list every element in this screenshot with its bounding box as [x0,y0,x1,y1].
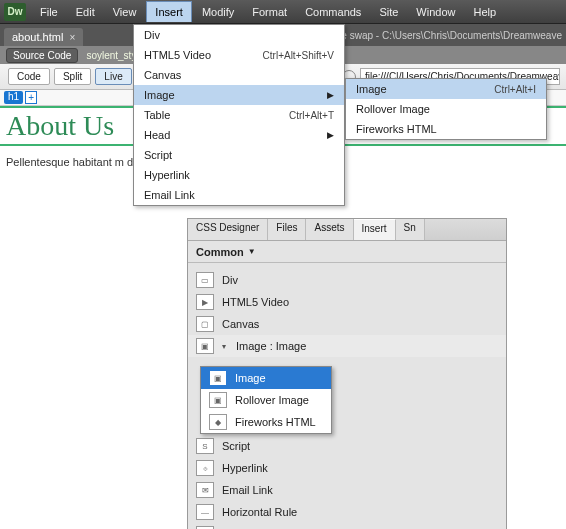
menu-file[interactable]: File [32,2,66,22]
panel-item-script[interactable]: SScript [188,435,506,457]
close-icon[interactable]: × [69,32,75,43]
panel-category-selector[interactable]: Common ▼ [188,241,506,263]
panel-tabstrip: CSS Designer Files Assets Insert Sn [188,219,506,241]
menuitem-image[interactable]: Image▶ [134,85,344,105]
document-tab-about[interactable]: about.html × [4,28,83,46]
popup-rollover-image[interactable]: ▣Rollover Image [201,389,331,411]
chevron-down-icon: ▼ [248,247,256,256]
window-title-fragment: age swap - C:\Users\Chris\Documents\Drea… [330,24,566,46]
panel-item-image[interactable]: ▣▾Image : Image [188,335,506,357]
live-button[interactable]: Live [95,68,131,85]
menu-commands[interactable]: Commands [297,2,369,22]
add-element-icon[interactable]: + [25,91,37,104]
code-button[interactable]: Code [8,68,50,85]
document-tab-label: about.html [12,31,63,43]
panel-item-horizontal-rule[interactable]: ―Horizontal Rule [188,501,506,523]
hr-icon: ― [196,504,214,520]
tab-snippets-truncated[interactable]: Sn [396,219,425,240]
fireworks-icon: ◆ [209,414,227,430]
menuitem-hyperlink[interactable]: Hyperlink [134,165,344,185]
tag-h1[interactable]: h1 [4,91,23,104]
link-icon: ⟐ [196,460,214,476]
script-icon: S [196,438,214,454]
menu-bar: Dw File Edit View Insert Modify Format C… [0,0,566,24]
menuitem-canvas[interactable]: Canvas [134,65,344,85]
panel-item-email-link[interactable]: ✉Email Link [188,479,506,501]
panel-item-canvas[interactable]: ▢Canvas [188,313,506,335]
image-submenu: ImageCtrl+Alt+I Rollover Image Fireworks… [345,78,547,140]
panel-item-hyperlink[interactable]: ⟐Hyperlink [188,457,506,479]
panel-item-div[interactable]: ▭Div [188,269,506,291]
video-icon: ▶ [196,294,214,310]
tab-assets[interactable]: Assets [306,219,353,240]
menuitem-table[interactable]: TableCtrl+Alt+T [134,105,344,125]
split-button[interactable]: Split [54,68,91,85]
popup-image[interactable]: ▣Image [201,367,331,389]
expand-chevron-icon[interactable]: ▾ [222,342,228,351]
menuitem-email-link[interactable]: Email Link [134,185,344,205]
menu-insert[interactable]: Insert [146,1,192,22]
source-code-pill[interactable]: Source Code [6,48,78,63]
submenu-image[interactable]: ImageCtrl+Alt+I [346,79,546,99]
panel-item-iframe[interactable]: ▭IFrame [188,523,506,529]
submenu-rollover-image[interactable]: Rollover Image [346,99,546,119]
tab-files[interactable]: Files [268,219,306,240]
insert-menu-dropdown: Div HTML5 VideoCtrl+Alt+Shift+V Canvas I… [133,24,345,206]
menu-site[interactable]: Site [371,2,406,22]
menu-help[interactable]: Help [465,2,504,22]
menuitem-html5-video[interactable]: HTML5 VideoCtrl+Alt+Shift+V [134,45,344,65]
submenu-fireworks-html[interactable]: Fireworks HTML [346,119,546,139]
menuitem-head[interactable]: Head▶ [134,125,344,145]
canvas-icon: ▢ [196,316,214,332]
menu-modify[interactable]: Modify [194,2,242,22]
app-logo-dreamweaver: Dw [4,3,26,21]
div-icon: ▭ [196,272,214,288]
rollover-icon: ▣ [209,392,227,408]
panel-image-popup: ▣Image ▣Rollover Image ◆Fireworks HTML [200,366,332,434]
menu-edit[interactable]: Edit [68,2,103,22]
image-icon: ▣ [209,370,227,386]
chevron-right-icon: ▶ [327,90,334,100]
menu-view[interactable]: View [105,2,145,22]
tab-css-designer[interactable]: CSS Designer [188,219,268,240]
popup-fireworks-html[interactable]: ◆Fireworks HTML [201,411,331,433]
menu-window[interactable]: Window [408,2,463,22]
tab-insert[interactable]: Insert [354,219,396,240]
menuitem-script[interactable]: Script [134,145,344,165]
panel-category-label: Common [196,246,244,258]
panel-item-html5-video[interactable]: ▶HTML5 Video [188,291,506,313]
chevron-right-icon: ▶ [327,130,334,140]
element-tag-chip: h1 + [4,91,37,104]
menu-format[interactable]: Format [244,2,295,22]
page-title: About Us [6,110,114,142]
image-icon: ▣ [196,338,214,354]
mail-icon: ✉ [196,482,214,498]
menuitem-div[interactable]: Div [134,25,344,45]
